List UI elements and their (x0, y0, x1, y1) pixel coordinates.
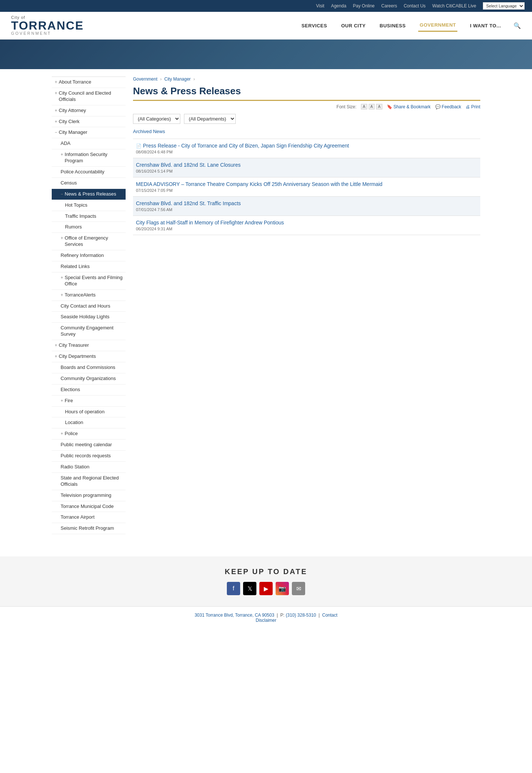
sidebar-label: Radio Station (61, 464, 89, 470)
sidebar-label: Hot Topics (65, 202, 87, 208)
topbar-visit[interactable]: Visit (316, 3, 324, 9)
sidebar-label: City Council and Elected Officials (59, 90, 123, 103)
print-btn[interactable]: 🖨 Print (466, 104, 480, 109)
sidebar-item-census[interactable]: Census (52, 178, 126, 189)
news-item-date: 08/16/2024 5:14 PM (136, 169, 477, 173)
news-item-link[interactable]: Crenshaw Blvd. and 182nd St. Lane Closur… (136, 162, 477, 168)
sidebar-item-news-press[interactable]: − News & Press Releases (52, 189, 126, 200)
sidebar-label: Public meeting calendar (61, 442, 112, 448)
sidebar-item-location[interactable]: Location (52, 417, 126, 428)
nav-our-city[interactable]: OUR CITY (340, 20, 367, 31)
sidebar-item-city-council[interactable]: + City Council and Elected Officials (52, 88, 126, 105)
sidebar-item-hours-of-operation[interactable]: Hours of operation (52, 407, 126, 418)
sidebar-item-emergency-services[interactable]: + Office of Emergency Services (52, 233, 126, 250)
language-select[interactable]: Select Language (483, 2, 525, 10)
expand-icon: + (61, 292, 63, 298)
news-item: MEDIA ADVISORY – Torrance Theatre Compan… (133, 177, 480, 197)
news-item-link[interactable]: 📄 Press Release - City of Torrance and C… (136, 143, 477, 149)
sidebar-label: Seaside Holiday Lights (61, 314, 109, 320)
font-medium-btn[interactable]: A (369, 104, 375, 109)
sidebar-item-city-attorney[interactable]: + City Attorney (52, 105, 126, 116)
news-item-link[interactable]: City Flags at Half-Staff in Memory of Fi… (136, 220, 477, 226)
sidebar-item-special-events[interactable]: + Special Events and Filming Office (52, 272, 126, 290)
nav-business[interactable]: BUSINESS (378, 20, 407, 31)
sidebar-item-community-engagement[interactable]: Community Engagement Survey (52, 323, 126, 340)
font-small-btn[interactable]: A (361, 104, 367, 109)
footer-bottom: 3031 Torrance Blvd, Torrance, CA 90503 |… (0, 606, 532, 629)
footer-phone-link[interactable]: (310) 328-5310 (286, 613, 316, 618)
youtube-icon[interactable]: ▶ (259, 582, 273, 595)
sidebar-item-state-regional[interactable]: State and Regional Elected Officials (52, 473, 126, 490)
share-bookmark-btn[interactable]: 🔖 Share & Bookmark (387, 104, 431, 109)
hero-image (0, 40, 532, 69)
font-large-btn[interactable]: A (376, 104, 382, 109)
instagram-icon[interactable]: 📷 (276, 582, 289, 595)
sidebar-item-traffic-impacts[interactable]: Traffic Impacts (52, 211, 126, 222)
breadcrumb-city-manager[interactable]: City Manager (164, 77, 191, 82)
topbar-careers[interactable]: Careers (381, 3, 397, 9)
sidebar-item-municipal-code[interactable]: Torrance Municipal Code (52, 501, 126, 512)
sidebar-item-city-treasurer[interactable]: + City Treasurer (52, 340, 126, 351)
feedback-btn[interactable]: 💬 Feedback (435, 104, 461, 109)
sidebar-item-elections[interactable]: Elections (52, 384, 126, 396)
sidebar-label: Information Security Program (65, 152, 123, 164)
sidebar-item-seismic-retrofit[interactable]: Seismic Retrofit Program (52, 523, 126, 534)
footer-social: KEEP UP TO DATE f 𝕏 ▶ 📷 ✉ (0, 556, 532, 606)
news-item: City Flags at Half-Staff in Memory of Fi… (133, 216, 480, 235)
sidebar-item-public-records[interactable]: Public records requests (52, 451, 126, 462)
sidebar-item-tv-programming[interactable]: Television programming (52, 490, 126, 501)
sidebar-item-torrance-alerts[interactable]: + TorranceAlerts (52, 290, 126, 301)
news-item-link[interactable]: MEDIA ADVISORY – Torrance Theatre Compan… (136, 181, 477, 187)
search-button[interactable]: 🔍 (514, 22, 521, 29)
department-filter[interactable]: (All Departments) (184, 114, 236, 124)
facebook-icon[interactable]: f (227, 582, 240, 595)
social-icons: f 𝕏 ▶ 📷 ✉ (7, 582, 525, 595)
topbar-pay-online[interactable]: Pay Online (353, 3, 375, 9)
expand-icon: + (55, 79, 57, 85)
sidebar-item-city-clerk[interactable]: + City Clerk (52, 116, 126, 128)
expand-icon: + (55, 91, 57, 96)
expand-icon: + (55, 119, 57, 125)
topbar-watch[interactable]: Watch CitiCABLE Live (432, 3, 476, 9)
nav-i-want-to[interactable]: I WANT TO... (468, 20, 502, 31)
sidebar-label: Related Links (61, 264, 90, 270)
sidebar-item-seaside-holiday[interactable]: Seaside Holiday Lights (52, 312, 126, 323)
sidebar-item-refinery[interactable]: Refinery Information (52, 250, 126, 261)
email-icon[interactable]: ✉ (292, 582, 305, 595)
sidebar-label: Torrance Airport (61, 514, 95, 521)
nav-government[interactable]: GOVERNMENT (418, 19, 457, 32)
twitter-x-icon[interactable]: 𝕏 (243, 582, 256, 595)
sidebar-item-city-manager[interactable]: − City Manager (52, 127, 126, 138)
news-item-link[interactable]: Crenshaw Blvd. and 182nd St. Traffic Imp… (136, 200, 477, 206)
sidebar-item-police-accountability[interactable]: Police Accountability (52, 167, 126, 178)
topbar-contact-us[interactable]: Contact Us (404, 3, 426, 9)
topbar-agenda[interactable]: Agenda (331, 3, 346, 9)
sidebar-item-info-security[interactable]: + Information Security Program (52, 149, 126, 167)
sidebar-item-city-contact[interactable]: City Contact and Hours (52, 301, 126, 312)
sidebar-item-public-meeting[interactable]: Public meeting calendar (52, 440, 126, 451)
sidebar-item-about-torrance[interactable]: + About Torrance (52, 77, 126, 88)
expand-icon: + (61, 398, 63, 404)
sidebar-item-city-departments[interactable]: + City Departments (52, 351, 126, 362)
category-filter[interactable]: (All Categories) (133, 114, 180, 124)
sidebar-item-boards[interactable]: Boards and Commissions (52, 362, 126, 373)
footer-contact-link[interactable]: Contact (322, 613, 337, 618)
sidebar-item-police[interactable]: + Police (52, 428, 126, 440)
sidebar-label: Fire (65, 398, 73, 404)
sidebar-item-fire[interactable]: + Fire (52, 396, 126, 407)
archived-news-link[interactable]: Archived News (133, 129, 165, 134)
footer-address-link[interactable]: 3031 Torrance Blvd, Torrance, CA 90503 (195, 613, 274, 618)
sidebar-label: News & Press Releases (65, 191, 116, 197)
sidebar-label: Traffic Impacts (65, 213, 96, 220)
sidebar-item-ada[interactable]: ADA (52, 138, 126, 149)
nav-services[interactable]: SERVICES (300, 20, 329, 31)
sidebar-item-radio-station[interactable]: Radio Station (52, 462, 126, 473)
footer-disclaimer-link[interactable]: Disclaimer (256, 618, 276, 623)
breadcrumb-government[interactable]: Government (133, 77, 157, 82)
sidebar-item-torrance-airport[interactable]: Torrance Airport (52, 512, 126, 523)
sidebar-item-community-orgs[interactable]: Community Organizations (52, 373, 126, 384)
sidebar-item-hot-topics[interactable]: Hot Topics (52, 200, 126, 211)
font-size-controls: A A A (361, 104, 382, 109)
sidebar-item-rumors[interactable]: Rumors (52, 222, 126, 233)
sidebar-item-related-links[interactable]: Related Links (52, 261, 126, 272)
